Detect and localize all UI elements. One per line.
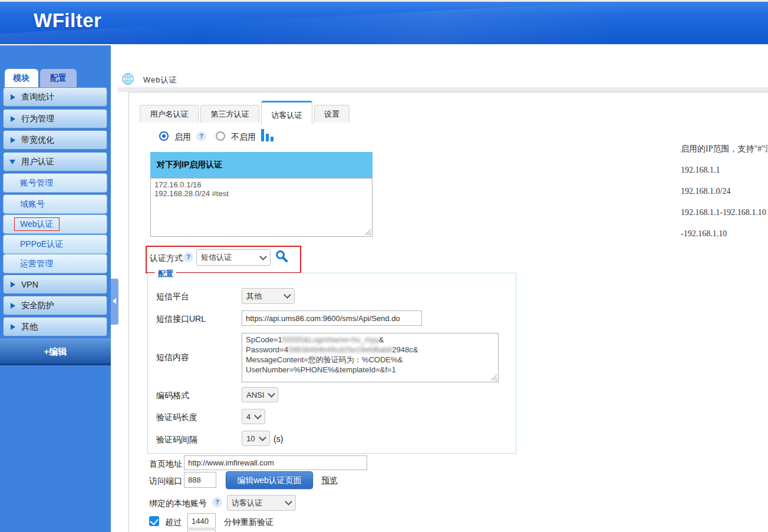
port-label: 访问端口 xyxy=(149,476,182,487)
web-auth-highlight-box: Web认证 xyxy=(14,217,60,231)
homepage-label: 首页地址 xyxy=(149,459,182,470)
chevron-down-icon xyxy=(284,291,291,299)
sidebar-item-pppoe-auth[interactable]: PPPoE认证 xyxy=(3,234,107,254)
enable-help-icon[interactable]: ? xyxy=(196,131,206,141)
header-divider xyxy=(118,87,768,92)
disable-radio[interactable] xyxy=(216,131,225,141)
port-input[interactable] xyxy=(184,472,216,488)
sidebar-item-user-auth[interactable]: 用户认证 xyxy=(3,152,107,171)
enable-label: 启用 xyxy=(174,132,191,143)
globe-icon xyxy=(121,72,134,85)
triangle-right-icon xyxy=(11,324,15,330)
disable-label: 不启用 xyxy=(231,132,256,143)
sidebar-collapse-handle[interactable] xyxy=(111,279,118,325)
encoding-label: 编码格式 xyxy=(156,391,189,401)
sms-platform-label: 短信平台 xyxy=(156,292,189,302)
sidebar-edit-button[interactable]: +编辑 xyxy=(0,339,111,365)
search-icon[interactable] xyxy=(275,249,288,263)
triangle-right-icon xyxy=(11,94,15,100)
triangle-right-icon xyxy=(11,303,15,309)
config-legend-link[interactable]: 配置 xyxy=(155,269,176,279)
code-interval-select[interactable]: 10 xyxy=(242,431,270,446)
sms-content-label: 短信内容 xyxy=(156,352,189,363)
tab-username-auth[interactable]: 用户名认证 xyxy=(140,105,199,123)
sidebar-item-query-stats[interactable]: 查询统计 xyxy=(3,87,107,107)
chevron-down-icon xyxy=(259,253,267,260)
code-length-select[interactable]: 4 xyxy=(242,409,265,424)
check-icon xyxy=(150,517,159,526)
bar-chart-icon[interactable] xyxy=(261,128,274,141)
chevron-down-icon xyxy=(254,412,262,419)
code-length-label: 验证码长度 xyxy=(156,412,197,423)
timeout-label: 超过 xyxy=(165,517,182,528)
sms-platform-select[interactable]: 其他 xyxy=(242,288,295,304)
code-interval-label: 验证码间隔 xyxy=(156,435,197,445)
triangle-down-icon xyxy=(9,160,15,164)
sidebar-item-account-mgmt[interactable]: 账号管理 xyxy=(3,173,107,193)
timeout-input[interactable] xyxy=(187,513,216,528)
chevron-down-icon xyxy=(259,434,266,441)
homepage-input[interactable] xyxy=(184,455,367,470)
wfilter-logo: WFilter xyxy=(34,9,101,32)
sidebar-item-domain-account[interactable]: 域账号 xyxy=(3,194,107,214)
ip-help-text: 启用的IP范围，支持"#"注释。 192.168.1.1 192.168.1.0… xyxy=(681,142,768,248)
ip-list-header: 对下列IP启用认证 xyxy=(150,152,373,178)
sidebar-tab-modules[interactable]: 模块 xyxy=(5,69,38,87)
partial-input[interactable] xyxy=(187,530,216,532)
sidebar-item-other[interactable]: 其他 xyxy=(3,317,107,336)
auth-method-select[interactable]: 短信认证 xyxy=(196,249,271,266)
triangle-right-icon xyxy=(11,137,15,143)
timeout-checkbox[interactable] xyxy=(149,516,159,526)
sidebar-item-behavior[interactable]: 行为管理 xyxy=(3,109,107,128)
chevron-down-icon xyxy=(268,390,275,398)
tab-settings[interactable]: 设置 xyxy=(314,105,350,123)
auth-method-label: 认证方式 xyxy=(150,253,183,264)
tab-thirdparty-auth[interactable]: 第三方认证 xyxy=(200,105,259,123)
sms-content-box[interactable]: SpCode=155555&LoginName=hs_myy&Password=… xyxy=(242,333,499,382)
bind-account-help-icon[interactable]: ? xyxy=(212,497,222,507)
sidebar-tab-config[interactable]: 配置 xyxy=(40,69,77,87)
sms-url-label: 短信接口URL xyxy=(156,314,206,325)
auth-method-help-icon[interactable]: ? xyxy=(183,252,193,262)
tab-guest-auth[interactable]: 访客认证 xyxy=(261,101,312,125)
sidebar-item-operation-mgmt[interactable]: 运营管理 xyxy=(3,254,107,273)
wfilter-app-window: WFilter 模块 配置 查询统计 行为管理 带宽优化 用户认证 账号管理 域… xyxy=(0,0,768,532)
sidebar-item-web-auth[interactable]: Web认证 xyxy=(3,214,107,234)
enable-radio[interactable] xyxy=(159,131,169,141)
triangle-right-icon xyxy=(11,282,15,288)
sms-url-input[interactable] xyxy=(242,310,422,326)
page-title: Web认证 xyxy=(143,75,177,85)
timeout-suffix: 分钟重新验证 xyxy=(224,517,273,528)
preview-link[interactable]: 预览 xyxy=(321,475,338,486)
sidebar-item-security[interactable]: 安全防护 xyxy=(3,296,107,315)
sidebar-item-vpn[interactable]: VPN xyxy=(3,275,107,294)
banner-top-line xyxy=(0,0,768,2)
encoding-select[interactable]: ANSI xyxy=(242,387,278,402)
bind-account-select[interactable]: 访客认证 xyxy=(227,495,296,511)
bind-account-label: 绑定的本地账号 xyxy=(149,498,207,509)
top-banner: WFilter xyxy=(0,0,768,44)
triangle-right-icon xyxy=(11,116,15,122)
sidebar-item-bandwidth[interactable]: 带宽优化 xyxy=(3,130,107,150)
code-interval-unit: (s) xyxy=(273,434,283,444)
edit-web-auth-page-button[interactable]: 编辑web认证页面 xyxy=(226,471,313,489)
ip-list-textarea[interactable]: 172.16.0.1/16 192.168.28.0/24 #test xyxy=(150,178,373,237)
chevron-down-icon xyxy=(285,498,292,505)
collapse-arrow-icon xyxy=(113,298,116,304)
